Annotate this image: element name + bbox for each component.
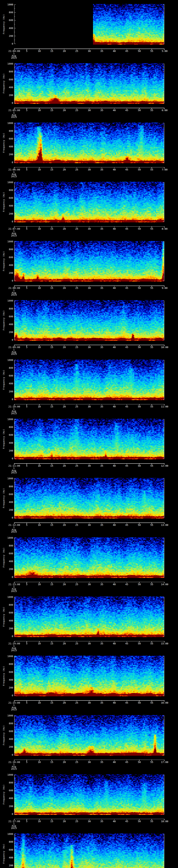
y-tick-label: 0 (0, 339, 13, 341)
time-start-label: 21:10:00 (8, 405, 20, 408)
date-year: 2015 (11, 768, 17, 770)
time-tick-label: 15 (50, 642, 53, 645)
time-tick-label: 20 (63, 227, 66, 230)
time-start-label: 21:13:00 (8, 583, 20, 586)
spectrogram-panel: Frequency (Hz) 1000800600400200021:09:00… (0, 296, 178, 355)
y-tick-label: 600 (0, 138, 13, 140)
spectrogram-canvas (14, 478, 164, 519)
date-year: 2015 (11, 531, 17, 533)
spectrogram-panel: Frequency (Hz) 1000800600400200021:11:00… (0, 415, 178, 474)
y-axis-title: Frequency (Hz) (3, 547, 5, 567)
time-tick-label: 35 (100, 820, 103, 823)
time-tick-label: 25 (75, 346, 78, 348)
spectrogram-panel: Frequency (Hz) 1000800600400200021:06:00… (0, 119, 178, 178)
y-tick-label: 400 (0, 264, 13, 266)
time-tick-label: 20 (63, 642, 66, 645)
time-tick-label: 10 (38, 287, 41, 289)
time-tick-label: 10 (38, 761, 41, 763)
y-tick-label: 800 (0, 781, 13, 784)
y-tick-label: 0 (0, 635, 13, 637)
time-tick-label: 35 (100, 346, 103, 348)
y-tick-label: 0 (0, 458, 13, 460)
y-tick-label: 400 (0, 27, 13, 29)
y-tick-label: 800 (0, 308, 13, 310)
spectrogram-panel: Frequency (Hz) 1000800600400200021:16:00… (0, 711, 178, 770)
y-tick-label: 600 (0, 789, 13, 792)
time-tick-label: 15 (50, 50, 53, 52)
time-end-label: 12:00 (161, 465, 168, 467)
time-tick-label: 30 (88, 109, 91, 112)
time-tick-label: 40 (113, 761, 116, 763)
time-tick-label: 40 (113, 287, 116, 289)
time-tick-label: 40 (113, 346, 116, 348)
time-tick-label: 35 (100, 227, 103, 230)
spectrogram-canvas (14, 4, 164, 44)
y-tick-label: 600 (0, 552, 13, 555)
time-tick-label: 40 (113, 50, 116, 52)
time-tick-label: 55 (150, 109, 153, 112)
time-tick-label: 55 (150, 524, 153, 526)
time-tick-label: 10 (38, 465, 41, 467)
time-tick-label: 10 (38, 702, 41, 704)
spectrogram-stack: Frequency (Hz) 1000800600400200021:04:00… (0, 0, 178, 868)
time-tick-label: 30 (88, 524, 91, 526)
y-tick-label: 800 (0, 367, 13, 369)
time-tick-label: 15 (50, 761, 53, 763)
time-tick-label: 5 (26, 405, 27, 408)
time-tick-label: 45 (125, 50, 128, 52)
time-tick-label: 10 (38, 168, 41, 171)
time-start-label: 21:14:00 (8, 642, 20, 645)
time-tick-label: 15 (50, 287, 53, 289)
y-axis-title: Frequency (Hz) (3, 725, 5, 745)
y-tick-label: 0 (0, 102, 13, 104)
y-axis-title: Frequency (Hz) (3, 844, 5, 864)
time-tick-label: 50 (138, 287, 141, 289)
time-start-label: 21:15:00 (8, 702, 20, 704)
time-tick-label: 5 (26, 702, 27, 704)
time-tick-label: 5 (26, 109, 27, 112)
time-tick-label: 40 (113, 583, 116, 586)
time-tick-label: 30 (88, 583, 91, 586)
time-tick-label: 25 (75, 50, 78, 52)
y-axis-title: Frequency (Hz) (3, 429, 5, 449)
y-tick-label: 600 (0, 434, 13, 436)
date-year: 2015 (11, 116, 17, 118)
time-tick-label: 50 (138, 583, 141, 586)
time-tick-label: 25 (75, 109, 78, 112)
date-year: 2015 (11, 709, 17, 711)
y-tick-label: 1000 (0, 241, 13, 243)
time-tick-label: 35 (100, 405, 103, 408)
time-start-label: 21:04:00 (8, 50, 20, 52)
time-tick-label: 15 (50, 583, 53, 586)
spectrogram-canvas (14, 241, 164, 282)
spectrogram-panel: Frequency (Hz) 1000800600400200021:14:00… (0, 592, 178, 652)
time-tick-label: 20 (63, 465, 66, 467)
time-tick-label: 15 (50, 405, 53, 408)
spectrogram-panel: Frequency (Hz) 1000800600400200021:18:00… (0, 830, 178, 868)
time-tick-label: 5 (26, 346, 27, 348)
spectrogram-canvas (14, 774, 164, 815)
time-tick-label: 35 (100, 465, 103, 467)
time-tick-label: 30 (88, 50, 91, 52)
time-tick-label: 15 (50, 109, 53, 112)
time-tick-label: 15 (50, 820, 53, 823)
date-year: 2015 (11, 590, 17, 592)
time-tick-label: 5 (26, 465, 27, 467)
y-tick-label: 200 (0, 805, 13, 807)
time-tick-label: 50 (138, 109, 141, 112)
date-year: 2015 (11, 353, 17, 355)
y-axis-title: Frequency (Hz) (3, 607, 5, 626)
time-tick-label: 20 (63, 820, 66, 823)
time-start-label: 21:09:00 (8, 346, 20, 348)
y-tick-label: 600 (0, 79, 13, 81)
y-tick-label: 400 (0, 205, 13, 207)
time-tick-label: 20 (63, 405, 66, 408)
time-tick-label: 55 (150, 405, 153, 408)
spectrogram-canvas (14, 537, 164, 578)
y-tick-label: 600 (0, 849, 13, 851)
time-tick-label: 45 (125, 583, 128, 586)
time-tick-label: 25 (75, 227, 78, 230)
time-tick-label: 35 (100, 642, 103, 645)
time-tick-label: 10 (38, 820, 41, 823)
y-tick-label: 600 (0, 256, 13, 258)
